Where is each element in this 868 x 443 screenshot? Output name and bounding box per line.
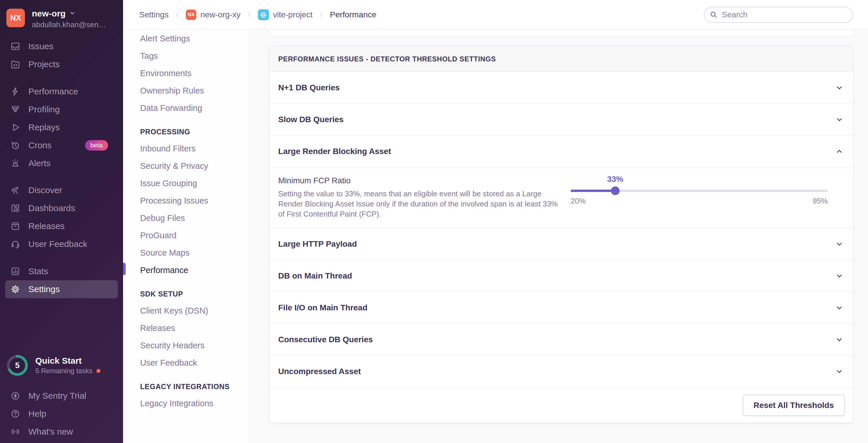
sidebar-item-settings[interactable]: Settings bbox=[5, 280, 118, 298]
stats-icon bbox=[10, 266, 20, 276]
chevron-down-icon bbox=[835, 272, 844, 280]
reset-all-thresholds-button[interactable]: Reset All Thresholds bbox=[743, 394, 845, 416]
subnav-item-environments[interactable]: Environments bbox=[123, 65, 249, 82]
active-nav-indicator bbox=[123, 263, 126, 275]
sidebar-item-profiling[interactable]: Profiling bbox=[0, 100, 123, 119]
sidebar: NX new-org abdullah.khan@sen… Issues Pro… bbox=[0, 0, 123, 443]
breadcrumb-project[interactable]: vite-project bbox=[258, 9, 313, 20]
beta-badge: beta bbox=[85, 140, 108, 151]
notification-dot bbox=[96, 369, 100, 373]
subnav-item-source-maps[interactable]: Source Maps bbox=[123, 244, 249, 261]
subnav-item-security-headers[interactable]: Security Headers bbox=[123, 337, 249, 354]
accordion-row-uncompressed-asset[interactable]: Uncompressed Asset bbox=[269, 355, 853, 387]
org-name: new-org bbox=[32, 9, 66, 19]
quick-start-count: 5 bbox=[15, 361, 20, 370]
sidebar-item-projects[interactable]: Projects bbox=[0, 55, 123, 73]
sidebar-group-explore: Discover Dashboards Releases User Feedba… bbox=[0, 181, 123, 253]
sidebar-item-help[interactable]: Help bbox=[0, 405, 123, 423]
fcp-ratio-slider: 33% 20% 95% bbox=[571, 190, 828, 205]
sidebar-item-dashboards[interactable]: Dashboards bbox=[0, 199, 123, 217]
breadcrumb-org[interactable]: NX new-org-xy bbox=[186, 9, 240, 20]
sidebar-item-releases[interactable]: Releases bbox=[0, 217, 123, 235]
issues-icon bbox=[10, 41, 20, 51]
broadcast-icon bbox=[10, 427, 20, 437]
subnav-item-security-privacy[interactable]: Security & Privacy bbox=[123, 157, 249, 175]
sidebar-item-issues[interactable]: Issues bbox=[0, 37, 123, 55]
accordion-row-label: Large HTTP Payload bbox=[278, 240, 357, 249]
threshold-label: Minimum FCP Ratio bbox=[278, 176, 562, 185]
app-root: NX new-org abdullah.khan@sen… Issues Pro… bbox=[0, 0, 868, 443]
subnav-item-alert-settings[interactable]: Alert Settings bbox=[123, 30, 249, 47]
threshold-detail: Minimum FCP Ratio Setting the value to 3… bbox=[269, 167, 853, 228]
sidebar-item-label: What's new bbox=[28, 427, 73, 437]
user-feedback-icon bbox=[10, 239, 20, 249]
dashboards-icon bbox=[10, 203, 20, 213]
sidebar-item-label: Help bbox=[28, 409, 46, 419]
chevron-right-icon bbox=[246, 12, 252, 18]
sidebar-item-label: Dashboards bbox=[28, 203, 75, 213]
subnav-item-debug-files[interactable]: Debug Files bbox=[123, 209, 249, 227]
org-badge: NX bbox=[186, 9, 196, 20]
subnav-item-user-feedback[interactable]: User Feedback bbox=[123, 354, 249, 372]
search-bar bbox=[704, 7, 853, 23]
subnav-item-processing-issues[interactable]: Processing Issues bbox=[123, 192, 249, 209]
accordion-row-large-render-blocking-asset[interactable]: Large Render Blocking Asset bbox=[269, 135, 853, 167]
sidebar-item-stats[interactable]: Stats bbox=[0, 262, 123, 280]
breadcrumb-settings[interactable]: Settings bbox=[139, 10, 168, 20]
subnav-item-issue-grouping[interactable]: Issue Grouping bbox=[123, 175, 249, 192]
sidebar-item-performance[interactable]: Performance bbox=[0, 83, 123, 100]
org-switcher[interactable]: NX new-org abdullah.khan@sen… bbox=[0, 0, 123, 29]
sidebar-item-discover[interactable]: Discover bbox=[0, 181, 123, 199]
subnav-header-legacy-integrations: LEGACY INTEGRATIONS bbox=[123, 378, 249, 394]
subnav-item-ownership-rules[interactable]: Ownership Rules bbox=[123, 82, 249, 99]
threshold-description: Setting the value to 33%, means that an … bbox=[278, 189, 562, 219]
subnav-item-client-keys[interactable]: Client Keys (DSN) bbox=[123, 302, 249, 319]
quick-start-progress-ring: 5 bbox=[7, 355, 28, 376]
subnav-item-data-forwarding[interactable]: Data Forwarding bbox=[123, 99, 249, 117]
sidebar-item-user-feedback[interactable]: User Feedback bbox=[0, 235, 123, 253]
settings-subnav: Alert Settings Tags Environments Ownersh… bbox=[123, 30, 250, 443]
accordion-row-slow-db-queries[interactable]: Slow DB Queries bbox=[269, 104, 853, 135]
sidebar-item-replays[interactable]: Replays bbox=[0, 119, 123, 136]
replays-icon bbox=[10, 123, 20, 132]
accordion-row-consecutive-db-queries[interactable]: Consecutive DB Queries bbox=[269, 324, 853, 355]
slider-thumb[interactable] bbox=[611, 187, 620, 195]
panel-title: PERFORMANCE ISSUES - DETECTOR THRESHOLD … bbox=[269, 46, 853, 72]
sidebar-item-alerts[interactable]: Alerts bbox=[0, 154, 123, 172]
subnav-header-processing: PROCESSING bbox=[123, 124, 249, 140]
sidebar-item-label: Performance bbox=[28, 87, 78, 96]
accordion-row-db-on-main-thread[interactable]: DB on Main Thread bbox=[269, 260, 853, 292]
sidebar-item-label: Projects bbox=[28, 59, 60, 69]
subnav-item-performance[interactable]: Performance bbox=[123, 261, 249, 279]
accordion-row-file-io-on-main-thread[interactable]: File I/O on Main Thread bbox=[269, 292, 853, 324]
sidebar-item-label: Settings bbox=[28, 284, 60, 294]
search-input[interactable] bbox=[704, 7, 853, 23]
subnav-item-releases[interactable]: Releases bbox=[123, 319, 249, 337]
sidebar-item-label: Discover bbox=[28, 185, 62, 195]
chevron-down-icon bbox=[835, 367, 844, 376]
sidebar-item-my-sentry-trial[interactable]: My Sentry Trial bbox=[0, 387, 123, 405]
subnav-item-tags[interactable]: Tags bbox=[123, 47, 249, 65]
accordion-row-label: Slow DB Queries bbox=[278, 115, 344, 124]
releases-icon bbox=[10, 221, 20, 231]
sidebar-item-label: Stats bbox=[28, 266, 48, 276]
slider-track[interactable]: 33% bbox=[571, 190, 828, 192]
chevron-right-icon bbox=[174, 12, 180, 18]
breadcrumb-performance[interactable]: Performance bbox=[330, 10, 376, 20]
trial-bolt-icon bbox=[10, 391, 20, 401]
sidebar-item-label: User Feedback bbox=[28, 239, 87, 249]
chevron-down-icon bbox=[835, 84, 844, 92]
quick-start[interactable]: 5 Quick Start 5 Remaining tasks bbox=[0, 355, 123, 376]
chevron-down-icon bbox=[835, 240, 844, 248]
sidebar-item-crons[interactable]: Crons beta bbox=[0, 136, 123, 154]
accordion-row-n-plus-one-db-queries[interactable]: N+1 DB Queries bbox=[269, 72, 853, 104]
sidebar-item-label: Replays bbox=[28, 123, 60, 132]
accordion-row-large-http-payload[interactable]: Large HTTP Payload bbox=[269, 228, 853, 260]
subnav-item-proguard[interactable]: ProGuard bbox=[123, 227, 249, 244]
sidebar-item-label: Issues bbox=[28, 41, 54, 51]
quick-start-title: Quick Start bbox=[35, 356, 100, 366]
accordion-row-label: Uncompressed Asset bbox=[278, 367, 361, 376]
subnav-item-legacy-integrations[interactable]: Legacy Integrations bbox=[123, 394, 249, 412]
sidebar-item-whats-new[interactable]: What's new bbox=[0, 423, 123, 441]
subnav-item-inbound-filters[interactable]: Inbound Filters bbox=[123, 140, 249, 157]
